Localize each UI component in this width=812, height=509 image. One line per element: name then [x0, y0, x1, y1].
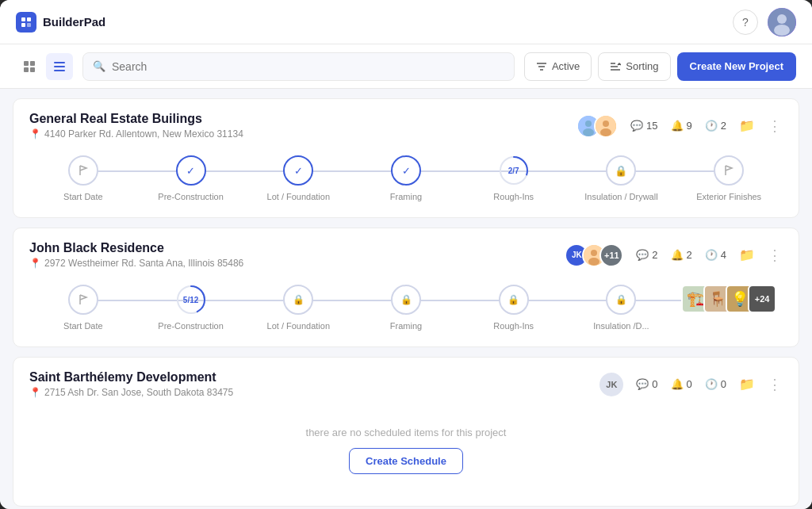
step-rough-2: 🔒 Rough-Ins: [460, 285, 568, 331]
time-stat-1: 🕐 2: [705, 120, 726, 132]
svg-rect-10: [30, 67, 35, 72]
help-button[interactable]: ?: [733, 10, 758, 35]
comments-stat-2: 💬 2: [636, 249, 657, 261]
step-progress-rough-1: 2/7: [499, 155, 529, 186]
svg-rect-12: [54, 66, 65, 67]
time-stat-3: 🕐 0: [705, 378, 726, 390]
comments-stat-3: 💬 0: [636, 378, 657, 390]
step-pre-1: ✓ Pre-Construction: [137, 155, 245, 201]
list-view-button[interactable]: [46, 53, 73, 80]
notif-stat-3: 🔔 0: [671, 378, 692, 390]
sort-label: Sorting: [626, 60, 658, 72]
bell-icon-1: 🔔: [671, 120, 684, 132]
svg-point-32: [588, 258, 599, 266]
search-input[interactable]: [112, 60, 504, 73]
svg-point-31: [591, 250, 597, 256]
svg-rect-2: [21, 23, 25, 27]
clock-icon-1: 🕐: [705, 120, 718, 132]
clock-icon-3: 🕐: [705, 378, 718, 390]
toolbar-right: Active Sorting Create New Project: [524, 52, 796, 81]
main-content: General Real Estate Builings 📍 4140 Park…: [0, 89, 812, 509]
step-circle-framing-2: 🔒: [391, 285, 421, 315]
view-toggle: [16, 53, 73, 80]
comment-icon-1: 💬: [630, 120, 643, 132]
folder-icon-3[interactable]: 📁: [739, 377, 755, 392]
sort-button[interactable]: Sorting: [598, 52, 670, 81]
step-circle-rough-2: 🔒: [499, 285, 529, 315]
step-label-pre-1: Pre-Construction: [158, 192, 224, 201]
search-box: 🔍: [82, 52, 515, 81]
create-project-button[interactable]: Create New Project: [677, 52, 797, 81]
step-label-framing-2: Framing: [390, 321, 422, 331]
step-label-pre-2: Pre-Construction: [158, 321, 224, 331]
project-address-1: 📍 4140 Parker Rd. Allentown, New Mexico …: [29, 128, 243, 140]
step-lot-1: ✓ Lot / Foundation: [244, 155, 352, 201]
avatars-2: JK +11: [565, 243, 623, 267]
thumb-count: +24: [748, 285, 776, 313]
step-progress-label-rough-1: 2/7: [508, 166, 519, 175]
svg-point-21: [585, 121, 592, 127]
step-circle-exterior-1: [714, 155, 744, 186]
create-project-label: Create New Project: [690, 60, 784, 72]
step-exterior-1: Exterior Finishes: [675, 155, 783, 201]
svg-point-6: [774, 25, 790, 36]
clock-icon-2: 🕐: [705, 249, 718, 261]
step-framing-2: 🔒 Framing: [352, 285, 460, 331]
notif-stat-1: 🔔 9: [671, 120, 692, 132]
empty-text-3: there are no scheduled items for this pr…: [45, 427, 767, 438]
bell-icon-3: 🔔: [671, 378, 684, 390]
project-meta-2: JK +11 💬 2: [565, 243, 783, 267]
more-menu-1[interactable]: ⋮: [768, 117, 783, 135]
more-menu-2[interactable]: ⋮: [768, 247, 783, 264]
step-progress-label-pre-2: 5/12: [183, 296, 198, 304]
user-avatar[interactable]: [768, 8, 796, 36]
step-insulation-2: 🔒 Insulation /D...: [568, 285, 676, 331]
project-address-3: 📍 2715 Ash Dr. San Jose, South Dakota 83…: [29, 387, 233, 398]
location-icon-2: 📍: [29, 258, 41, 269]
step-label-exterior-1: Exterior Finishes: [696, 192, 761, 201]
active-filter-button[interactable]: Active: [524, 52, 592, 81]
step-start-2: Start Date: [29, 285, 137, 331]
time-stat-2: 🕐 4: [705, 249, 726, 261]
step-circle-lot-2: 🔒: [283, 285, 313, 315]
folder-icon-2[interactable]: 📁: [739, 247, 755, 262]
grid-view-button[interactable]: [16, 53, 43, 80]
comment-icon-2: 💬: [636, 249, 649, 261]
project-info-1: General Real Estate Builings 📍 4140 Park…: [29, 112, 243, 140]
avatar-1-2: [594, 114, 618, 138]
step-circle-pre-1: ✓: [176, 155, 206, 186]
step-circle-start-2: [68, 285, 98, 315]
timeline-2: Start Date 5/12 Pre-Construction 🔒 Lot /…: [29, 278, 783, 334]
avatar-2-count: +11: [599, 243, 623, 267]
svg-rect-11: [54, 62, 65, 63]
avatar-3: JK: [599, 373, 623, 396]
step-label-start-2: Start Date: [63, 321, 103, 331]
project-info-3: Saint Barthélemy Development 📍 2715 Ash …: [29, 370, 233, 398]
svg-rect-0: [21, 17, 25, 21]
svg-rect-8: [30, 61, 35, 66]
step-progress-pre-2: 5/12: [176, 285, 206, 315]
svg-rect-3: [27, 23, 31, 27]
timeline-1: Start Date ✓ Pre-Construction ✓ Lot / Fo…: [29, 149, 783, 205]
svg-point-25: [600, 128, 611, 136]
folder-icon-1[interactable]: 📁: [739, 118, 755, 133]
step-label-rough-2: Rough-Ins: [493, 321, 534, 331]
header-right: ?: [733, 8, 796, 36]
svg-point-24: [603, 121, 609, 127]
project-name-2: John Black Residence: [29, 241, 243, 255]
step-rough-1: 2/7 Rough-Ins: [460, 155, 568, 201]
project-header-1: General Real Estate Builings 📍 4140 Park…: [29, 112, 783, 140]
step-label-framing-1: Framing: [390, 192, 422, 201]
empty-state-3: there are no scheduled items for this pr…: [29, 408, 783, 493]
project-name-1: General Real Estate Builings: [29, 112, 243, 126]
app-window: BuilderPad ?: [0, 0, 812, 509]
project-card-2: John Black Residence 📍 2972 Westheimer R…: [13, 228, 799, 347]
location-icon-1: 📍: [29, 128, 41, 140]
thumbnails-2: 🏗️ 🪑 💡 +24: [675, 285, 783, 320]
more-menu-3[interactable]: ⋮: [768, 376, 783, 393]
step-circle-start-1: [68, 155, 98, 186]
bell-icon-2: 🔔: [671, 249, 684, 261]
create-schedule-label: Create Schedule: [366, 455, 446, 467]
comment-icon-3: 💬: [636, 378, 649, 390]
create-schedule-button[interactable]: Create Schedule: [349, 448, 463, 474]
